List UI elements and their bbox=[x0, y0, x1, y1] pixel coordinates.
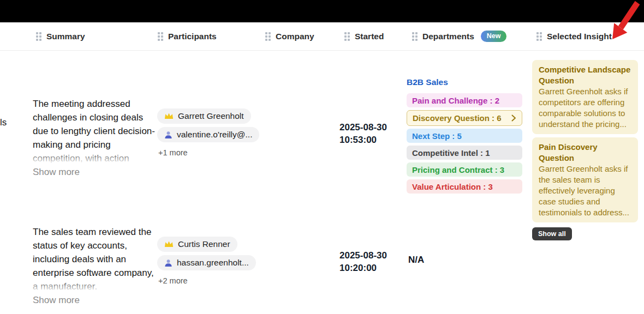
column-header-label: Company bbox=[276, 32, 314, 41]
column-header-started[interactable]: Started bbox=[344, 22, 384, 50]
participants-more-label[interactable]: +2 more bbox=[158, 276, 188, 285]
person-icon bbox=[164, 131, 172, 139]
new-badge: New bbox=[481, 31, 507, 42]
column-header-company[interactable]: Company bbox=[265, 22, 314, 50]
summary-cell: The sales team reviewed the status of ke… bbox=[33, 225, 158, 307]
participants-cell: Garrett Greenholt valentine.o'reilly@...… bbox=[157, 108, 259, 157]
started-cell: 2025-08-30 10:20:00 bbox=[339, 250, 387, 274]
department-tag[interactable]: Pricing and Contract : 3 bbox=[407, 162, 522, 177]
started-date: 2025-08-30 bbox=[339, 122, 387, 134]
department-tag[interactable]: Next Step : 5 bbox=[407, 129, 522, 143]
drag-handle-icon bbox=[344, 32, 350, 41]
insight-text: Garrett Greenholt asks if the sales team… bbox=[539, 164, 631, 218]
started-time: 10:20:00 bbox=[339, 262, 387, 275]
selected-insight-cell: Competitive Landscape Question Garrett G… bbox=[532, 60, 638, 240]
department-group-link[interactable]: B2B Sales bbox=[407, 77, 522, 87]
drag-handle-icon bbox=[536, 32, 542, 41]
department-tag[interactable]: Pain and Challenge : 2 bbox=[407, 93, 522, 107]
drag-handle-icon bbox=[265, 32, 271, 41]
department-tag[interactable]: Competitive Intel : 1 bbox=[407, 146, 522, 160]
crown-icon bbox=[164, 112, 174, 120]
participant-chip-member[interactable]: hassan.greenholt... bbox=[157, 255, 256, 270]
column-header-label: Summary bbox=[46, 32, 85, 41]
participants-more-label[interactable]: +1 more bbox=[158, 148, 188, 157]
participant-chip-host[interactable]: Curtis Renner bbox=[157, 237, 237, 252]
column-header-label: Participants bbox=[168, 32, 217, 41]
departments-cell: B2B Sales Pain and Challenge : 2 Discove… bbox=[407, 77, 522, 194]
participant-name: Garrett Greenholt bbox=[178, 111, 244, 121]
insight-text: Garrett Greenholt asks if competitors ar… bbox=[539, 86, 631, 130]
summary-text: The sales team reviewed the status of ke… bbox=[33, 225, 158, 293]
department-tag-label: Discovery Question : 6 bbox=[413, 113, 502, 123]
department-tag-list: Pain and Challenge : 2 Discovery Questio… bbox=[407, 93, 522, 194]
crown-icon bbox=[164, 240, 174, 248]
drag-handle-icon bbox=[36, 32, 41, 41]
person-icon bbox=[164, 259, 172, 267]
drag-handle-icon bbox=[412, 32, 418, 41]
top-bar bbox=[0, 0, 644, 22]
column-header-departments[interactable]: Departments New bbox=[412, 22, 506, 50]
show-more-link[interactable]: Show more bbox=[33, 165, 80, 179]
show-more-link[interactable]: Show more bbox=[33, 293, 80, 307]
insight-title: Pain Discovery Question bbox=[539, 142, 631, 164]
participant-name: valentine.o'reilly@... bbox=[177, 130, 252, 140]
summary-text: The meeting addressed challenges in clos… bbox=[33, 97, 158, 165]
clipped-row-text: ls bbox=[0, 117, 7, 128]
column-header-summary[interactable]: Summary bbox=[36, 22, 85, 50]
participants-cell: Curtis Renner hassan.greenholt... +2 mor… bbox=[157, 237, 256, 285]
participant-name: hassan.greenholt... bbox=[177, 258, 249, 268]
insight-title: Competitive Landscape Question bbox=[539, 64, 631, 86]
chevron-right-icon bbox=[511, 114, 516, 122]
started-date: 2025-08-30 bbox=[339, 250, 387, 262]
drag-handle-icon bbox=[158, 32, 163, 41]
started-time: 10:53:00 bbox=[339, 134, 387, 147]
table-header-row: Summary Participants Company Started Dep… bbox=[0, 22, 644, 51]
participant-chip-member[interactable]: valentine.o'reilly@... bbox=[157, 127, 259, 142]
column-header-label: Started bbox=[355, 32, 384, 41]
department-tag-selected[interactable]: Discovery Question : 6 bbox=[407, 110, 522, 126]
insight-card[interactable]: Competitive Landscape Question Garrett G… bbox=[532, 60, 638, 134]
departments-na-value: N/A bbox=[408, 255, 424, 265]
table-view: Summary Participants Company Started Dep… bbox=[0, 0, 644, 314]
column-header-label: Selected Insight bbox=[547, 32, 612, 41]
column-header-selected-insight[interactable]: Selected Insight bbox=[536, 22, 612, 50]
insight-card[interactable]: Pain Discovery Question Garrett Greenhol… bbox=[532, 137, 638, 222]
column-header-label: Departments bbox=[422, 32, 474, 41]
participant-chip-host[interactable]: Garrett Greenholt bbox=[157, 108, 251, 124]
started-cell: 2025-08-30 10:53:00 bbox=[339, 122, 387, 146]
column-header-participants[interactable]: Participants bbox=[158, 22, 217, 50]
participant-name: Curtis Renner bbox=[178, 239, 230, 249]
summary-cell: The meeting addressed challenges in clos… bbox=[33, 97, 158, 179]
show-all-button[interactable]: Show all bbox=[532, 227, 572, 240]
department-tag[interactable]: Value Articulation : 3 bbox=[407, 179, 522, 194]
